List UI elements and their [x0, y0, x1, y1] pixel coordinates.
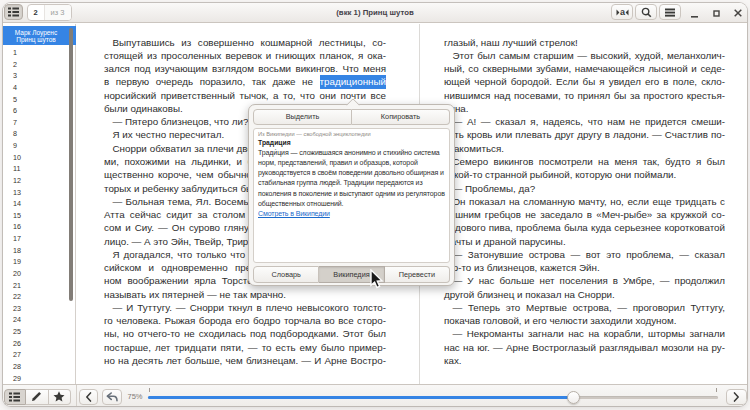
- footer-bar: 75%: [3, 384, 747, 407]
- book-text-line: — Теперь это Мертвые острова, — проговор…: [444, 301, 725, 314]
- chapter-item[interactable]: 18: [3, 245, 73, 257]
- copy-button[interactable]: Копировать: [352, 109, 450, 125]
- chapter-item[interactable]: 16: [3, 221, 73, 233]
- book-text-line: стоящей из просоленных веревок и гниющих…: [104, 49, 386, 62]
- previous-section-button[interactable]: [79, 389, 98, 405]
- chapter-item[interactable]: 6: [3, 105, 73, 117]
- book-text-line: нина.: [444, 102, 725, 115]
- chapter-item[interactable]: 25: [3, 326, 73, 338]
- selection-actions: Выделить Копировать: [253, 109, 450, 125]
- chapter-item[interactable]: 14: [3, 198, 73, 210]
- chapter-item[interactable]: 2: [3, 59, 73, 71]
- go-back-button[interactable]: [102, 389, 122, 405]
- chapter-item[interactable]: 3: [3, 70, 73, 82]
- chapter-item[interactable]: 1: [3, 47, 73, 59]
- sidebar: Марк Лоуренс Принц шутов 123456789101112…: [3, 24, 76, 384]
- chevron-left-icon: [85, 392, 92, 402]
- text-column-right: глазый, наш лучший стрелок!Этот был самы…: [444, 36, 725, 368]
- chapter-item[interactable]: 10: [3, 152, 73, 164]
- translate-button[interactable]: Перевести: [385, 266, 450, 283]
- bookmarks-button[interactable]: [49, 389, 72, 405]
- svg-text:a: a: [619, 8, 625, 17]
- next-section-button[interactable]: [726, 389, 747, 405]
- text-fit-icon: a: [616, 8, 629, 17]
- definition-line: общественных отношений.: [258, 199, 445, 209]
- select-button[interactable]: Выделить: [253, 109, 352, 125]
- chapter-item[interactable]: 19: [3, 256, 73, 268]
- book-text-line: знакомиться.: [444, 142, 725, 155]
- dictionary-button[interactable]: Словарь: [253, 266, 319, 283]
- book-text-line: ющей черной бородой. Если бы я увидел ег…: [444, 75, 725, 88]
- definition-term: Традиция: [258, 138, 445, 148]
- lookup-actions: Словарь Википедия Перевести: [253, 266, 450, 283]
- book-text-line: покачав головой, и его челюсти заходили …: [444, 314, 725, 327]
- book-text-line: но на десять лет больше, чем близнецам. …: [104, 354, 386, 367]
- book-text-line: глазый, наш лучший стрелок!: [444, 36, 725, 49]
- chapter-item[interactable]: 15: [3, 210, 73, 222]
- chapter-item[interactable]: 24: [3, 314, 73, 326]
- chapter-item[interactable]: 21: [3, 280, 73, 292]
- book-text-line: другой близнец и показал на Снорри.: [444, 288, 725, 301]
- chapter-item[interactable]: 27: [3, 349, 73, 361]
- chapter-item[interactable]: 22: [3, 291, 73, 303]
- chapter-item[interactable]: 8: [3, 128, 73, 140]
- annotations-button[interactable]: [26, 389, 49, 405]
- chapter-item[interactable]: 9: [3, 140, 73, 152]
- chevron-right-icon: [733, 392, 740, 402]
- chapter-item[interactable]: 29: [3, 373, 73, 385]
- chapter-item[interactable]: 13: [3, 187, 73, 199]
- book-text-line: мачты и драной парусины.: [444, 235, 725, 248]
- slider-tick-end: [716, 388, 717, 392]
- cursor-arrow-icon: [367, 269, 384, 291]
- toc-button[interactable]: [4, 389, 27, 405]
- book-text-line: — Затонувшие острова — вот это проблема,…: [444, 248, 725, 261]
- book-author: Марк Лоуренс: [5, 29, 67, 36]
- book-text-line: в первую очередь поразило, так даже не т…: [104, 75, 386, 88]
- slider-handle[interactable]: [567, 391, 580, 404]
- chapter-item[interactable]: 7: [3, 117, 73, 129]
- wikipedia-link[interactable]: Смотреть в Википедии: [258, 209, 445, 219]
- definition-line: поколения в поколение и выступают одним …: [258, 189, 445, 199]
- definition-line: норм, представлений, правил и образцов, …: [258, 158, 445, 168]
- text-fit-button[interactable]: a: [611, 4, 633, 20]
- book-text-line: — А! — сказал я, надеясь, что нам не при…: [444, 115, 725, 128]
- chapter-item[interactable]: 28: [3, 361, 73, 373]
- book-text-line: лишним гребцов не заседало в «Меч-рыбе» …: [444, 208, 725, 221]
- minimize-icon: [690, 9, 699, 18]
- chapter-item[interactable]: 4: [3, 82, 73, 94]
- chapter-item[interactable]: 17: [3, 233, 73, 245]
- chapter-item[interactable]: 5: [3, 94, 73, 106]
- sidebar-scrollbar[interactable]: [69, 28, 73, 301]
- chapter-item[interactable]: 11: [3, 163, 73, 175]
- menu-icon: [665, 8, 675, 17]
- view-list-icon: [9, 392, 20, 402]
- definition-line: руководствуется в своём поведении доволь…: [258, 168, 445, 178]
- book-text-line: — Проблемы, да?: [444, 182, 725, 195]
- book-text-line: зался под изучающим взглядом восьми вики…: [104, 62, 386, 75]
- star-icon: [53, 391, 65, 402]
- close-button[interactable]: [731, 6, 745, 20]
- book-text-line: Этот был самым старшим — высокий, худой,…: [444, 49, 725, 62]
- book-text-line: ный, со скверными зубами, намечающейся л…: [444, 62, 725, 75]
- book-text-line: называть их пятерней — не так мрачно.: [104, 288, 386, 301]
- book-text-line: Он показал на сломанную мачту, но, если …: [444, 195, 725, 208]
- selected-word-highlight[interactable]: традиционный: [320, 75, 386, 89]
- menu-button[interactable]: [659, 4, 681, 20]
- book-text-line: го человека. Рыжая борода его бодро торч…: [104, 314, 386, 327]
- maximize-button[interactable]: [709, 6, 723, 20]
- definition-text: Тради́ция — сложившаяся анонимно и стихи…: [258, 148, 445, 210]
- chapter-item[interactable]: 12: [3, 175, 73, 187]
- chapter-item[interactable]: 26: [3, 338, 73, 350]
- book-text-line: лодового пива, проблема была куда серьез…: [444, 221, 725, 234]
- header-bar: 2 из 3 (вкк 1) Принц шутов a: [3, 3, 747, 23]
- sidebar-item-book[interactable]: Марк Лоуренс Принц шутов: [3, 26, 76, 46]
- chapter-item[interactable]: 20: [3, 268, 73, 280]
- definition-panel: Из Википедии — свободной энциклопедии Тр…: [253, 128, 450, 263]
- book-text-line: нас на юг. — Арне Востроглазый разглядыв…: [444, 341, 725, 354]
- minimize-button[interactable]: [687, 6, 701, 20]
- book-text-line: постарше, лет тридцати пяти, — то есть е…: [104, 341, 386, 354]
- maximize-icon: [712, 9, 721, 18]
- progress-slider[interactable]: [148, 385, 718, 407]
- search-button[interactable]: [635, 4, 657, 20]
- chapter-item[interactable]: 23: [3, 303, 73, 315]
